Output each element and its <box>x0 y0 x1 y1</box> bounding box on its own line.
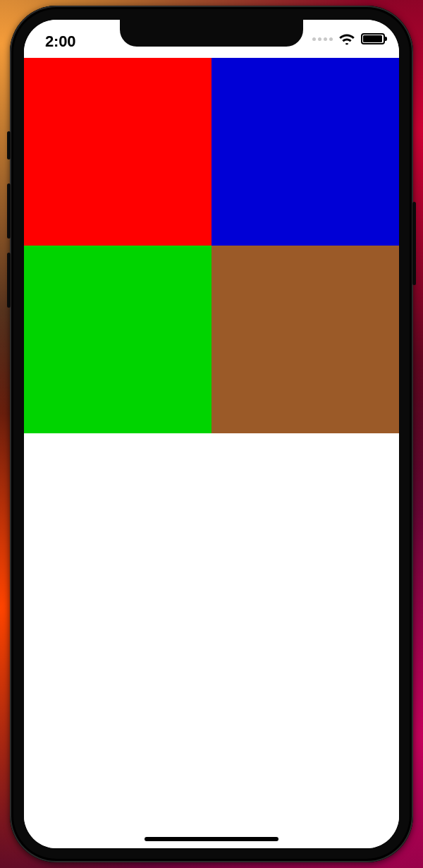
tile-top-right[interactable] <box>212 58 399 246</box>
power-button[interactable] <box>412 202 416 285</box>
screen: 2:00 <box>24 20 399 848</box>
tile-bottom-right[interactable] <box>212 246 399 433</box>
volume-up-button[interactable] <box>7 183 11 239</box>
notch <box>120 20 303 47</box>
app-content: 2:00 <box>24 20 399 848</box>
wifi-icon <box>338 32 355 45</box>
color-grid <box>24 58 399 433</box>
tile-bottom-left[interactable] <box>24 246 212 433</box>
home-indicator[interactable] <box>145 837 278 841</box>
volume-down-button[interactable] <box>7 253 11 308</box>
silence-switch[interactable] <box>7 131 11 159</box>
battery-icon <box>361 33 385 44</box>
tile-top-left[interactable] <box>24 58 212 246</box>
device-frame: 2:00 <box>10 6 413 862</box>
status-time: 2:00 <box>45 32 75 51</box>
cellular-signal-icon <box>312 37 333 41</box>
status-indicators <box>312 32 385 45</box>
